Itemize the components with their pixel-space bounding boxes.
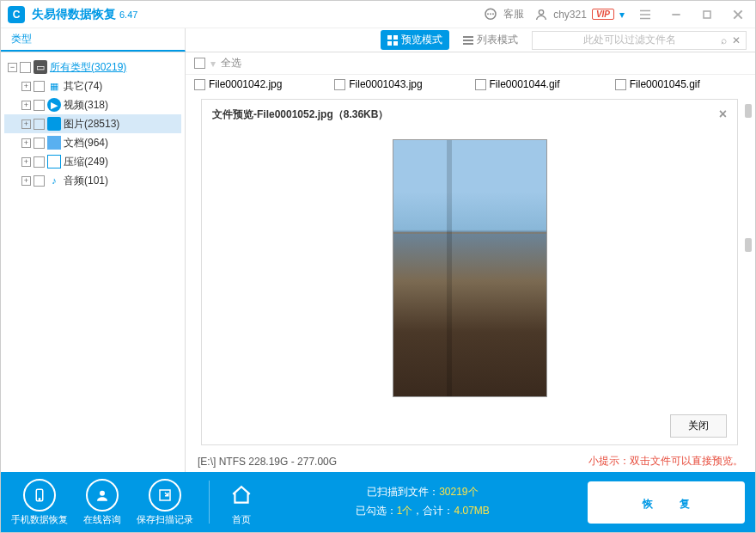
tab-type[interactable]: 类型: [1, 28, 186, 52]
preview-image: [393, 139, 547, 397]
customer-service-link[interactable]: 客服: [483, 7, 524, 22]
file-item[interactable]: File0001045.gif: [615, 78, 747, 90]
content: ▾ 全选 File0001042.jpg File0001043.jpg Fil…: [186, 52, 755, 472]
tree-root-label: 所有类型(30219): [50, 60, 126, 75]
expand-icon[interactable]: +: [21, 157, 31, 167]
close-button[interactable]: 关闭: [670, 414, 727, 438]
phone-recovery-label: 手机数据恢复: [11, 513, 68, 526]
expand-icon[interactable]: +: [21, 176, 31, 186]
expand-icon[interactable]: +: [21, 138, 31, 148]
tree-item-video[interactable]: + ▶ 视频(318): [4, 95, 181, 114]
svg-rect-5: [387, 41, 392, 46]
list-mode-button[interactable]: 列表模式: [456, 30, 525, 50]
close-button[interactable]: [728, 4, 748, 25]
save-scan-button[interactable]: 保存扫描记录: [137, 479, 193, 526]
archive-icon: [47, 155, 61, 168]
file-name: File0001045.gif: [630, 78, 700, 90]
customer-service-label: 客服: [503, 7, 524, 21]
online-consult-button[interactable]: 在线咨询: [83, 479, 121, 526]
play-icon: ▶: [47, 98, 61, 112]
list-icon: [463, 35, 473, 46]
chevron-down-icon[interactable]: ▾: [210, 58, 216, 70]
main: − ▭ 所有类型(30219) + ▦ 其它(74) + ▶ 视频(318) +…: [1, 52, 755, 472]
clear-filter-icon[interactable]: ✕: [732, 34, 741, 46]
checkbox[interactable]: [34, 175, 45, 187]
recover-button[interactable]: 恢 复: [588, 481, 745, 524]
tree-item-audio[interactable]: + ♪ 音频(101): [4, 171, 181, 190]
tree-item-label: 图片(28513): [64, 117, 119, 132]
expand-icon[interactable]: +: [21, 119, 31, 129]
svg-rect-4: [393, 35, 398, 40]
checkbox[interactable]: [34, 81, 45, 92]
collapse-icon[interactable]: −: [8, 63, 17, 72]
select-all-label: 全选: [221, 56, 241, 70]
grid-icon: [387, 35, 398, 46]
close-button-label: 关闭: [688, 420, 709, 432]
close-icon[interactable]: ×: [719, 107, 727, 122]
file-row: File0001042.jpg File0001043.jpg File0001…: [186, 75, 755, 94]
checkbox[interactable]: [615, 79, 626, 90]
username: chy321: [553, 9, 587, 21]
total-prefix: ，合计：: [412, 505, 454, 517]
user-icon: [534, 8, 548, 21]
preview-header: 文件预览-File0001052.jpg（8.36KB） ×: [212, 107, 727, 122]
checkbox[interactable]: [34, 100, 45, 111]
checkbox[interactable]: [34, 138, 45, 149]
scrollbar-thumb[interactable]: [745, 104, 752, 118]
expand-icon[interactable]: +: [21, 101, 31, 110]
checkbox[interactable]: [194, 79, 205, 90]
filter-placeholder: 此处可以过滤文件名: [538, 33, 721, 47]
preview-title: 文件预览-File0001052.jpg（8.36KB）: [212, 107, 388, 122]
checkbox[interactable]: [20, 62, 31, 73]
checkbox[interactable]: [475, 79, 486, 90]
scrollbar[interactable]: [745, 104, 753, 463]
tab-type-label: 类型: [11, 32, 32, 46]
home-button[interactable]: 首页: [225, 479, 258, 526]
music-icon: ♪: [47, 174, 61, 187]
preview-mode-button[interactable]: 预览模式: [381, 30, 449, 50]
phone-recovery-button[interactable]: 手机数据恢复: [11, 479, 68, 526]
search-icon[interactable]: ⌕: [721, 34, 727, 46]
tree-item-image[interactable]: + 图片(28513): [4, 114, 181, 133]
sidebar: − ▭ 所有类型(30219) + ▦ 其它(74) + ▶ 视频(318) +…: [1, 52, 186, 472]
tree-item-label: 视频(318): [64, 98, 108, 113]
tree-item-other[interactable]: + ▦ 其它(74): [4, 77, 181, 95]
scan-stats: 已扫描到文件：30219个 已勾选：1个，合计：4.07MB: [273, 483, 572, 520]
file-item[interactable]: File0001043.jpg: [334, 78, 466, 90]
tree-item-archive[interactable]: + 压缩(249): [4, 152, 181, 171]
menu-icon[interactable]: [635, 4, 655, 25]
svg-rect-3: [387, 35, 392, 40]
select-all-checkbox[interactable]: [194, 58, 205, 69]
list-mode-label: 列表模式: [477, 33, 518, 47]
maximize-button[interactable]: [697, 4, 717, 25]
toolbar: 预览模式 列表模式 此处可以过滤文件名 ⌕ ✕: [186, 28, 755, 52]
expand-icon[interactable]: +: [21, 82, 31, 91]
svg-point-9: [100, 490, 105, 495]
home-icon: [225, 479, 258, 512]
file-item[interactable]: File0001042.jpg: [194, 78, 326, 90]
bottom-bar: 手机数据恢复 在线咨询 保存扫描记录 首页 已扫描到文件：30219个 已勾选：…: [1, 472, 755, 532]
minimize-button[interactable]: [666, 4, 686, 25]
checkbox[interactable]: [34, 119, 45, 130]
scrollbar-thumb[interactable]: [745, 238, 752, 252]
svg-rect-6: [393, 41, 398, 46]
file-name: File0001044.gif: [490, 78, 560, 90]
user-account[interactable]: chy321 VIP ▾: [534, 8, 625, 21]
checkbox[interactable]: [34, 156, 45, 168]
checkbox[interactable]: [334, 79, 345, 90]
person-icon: [86, 479, 119, 512]
disk-info: [E:\] NTFS 228.19G - 277.00G: [198, 456, 337, 468]
svg-point-1: [540, 9, 544, 14]
file-name: File0001042.jpg: [209, 78, 282, 90]
preview-body: [212, 127, 727, 409]
online-consult-label: 在线咨询: [83, 513, 121, 526]
app-logo: C: [8, 6, 25, 23]
svg-rect-2: [704, 11, 710, 18]
tree-item-document[interactable]: + 文档(964): [4, 133, 181, 152]
filter-input[interactable]: 此处可以过滤文件名 ⌕ ✕: [532, 31, 747, 50]
scanned-count: 30219个: [439, 486, 478, 498]
file-item[interactable]: File0001044.gif: [475, 78, 607, 90]
tree-root[interactable]: − ▭ 所有类型(30219): [4, 58, 181, 77]
total-size: 4.07MB: [454, 505, 489, 517]
preview-footer: 关闭: [212, 414, 727, 438]
